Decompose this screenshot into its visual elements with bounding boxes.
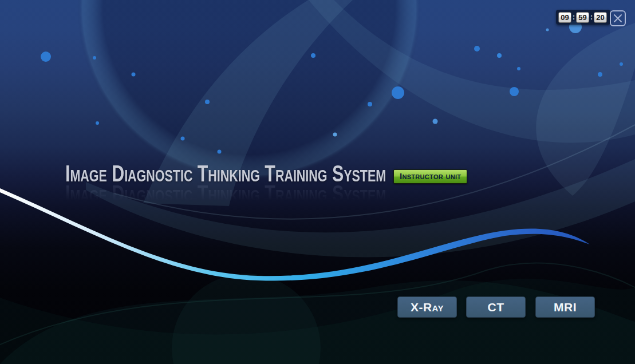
app-window: 09 : 59 : 20 Image Diagnostic Thinking T…	[0, 0, 635, 364]
wave-dark-disc	[172, 274, 321, 364]
close-button[interactable]	[610, 10, 626, 26]
clock-hours: 09	[558, 12, 571, 23]
xray-button[interactable]: X-Ray	[397, 296, 457, 318]
bubble-dot	[546, 29, 549, 31]
page-title-reflection: Image Diagnostic Thinking Training Syste…	[65, 182, 386, 205]
wave-disc	[77, 0, 421, 180]
mri-button[interactable]: MRI	[535, 296, 595, 318]
bubble-dots	[41, 46, 623, 154]
clock: 09 : 59 : 20	[556, 10, 610, 25]
clock-minutes: 59	[576, 12, 589, 23]
clock-separator: :	[573, 13, 575, 21]
wave-ribbon	[536, 23, 635, 196]
clock-seconds: 20	[594, 12, 607, 23]
close-icon	[613, 13, 623, 23]
wave-dark	[0, 280, 635, 364]
wave-dark	[0, 279, 635, 364]
clock-separator: :	[590, 13, 593, 21]
ct-button[interactable]: CT	[466, 296, 526, 318]
instructor-unit-badge: Instructor unit	[393, 169, 467, 184]
